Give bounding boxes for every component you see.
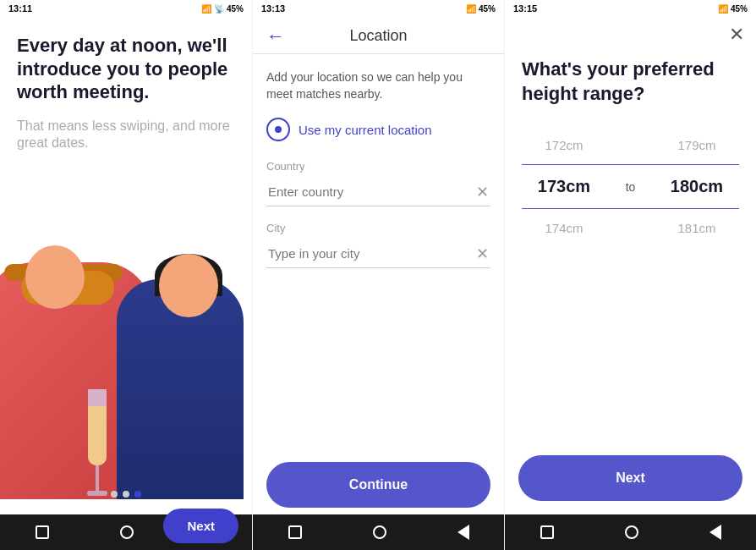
height-row-3[interactable]: 174cm 181cm xyxy=(522,209,739,247)
nav-back-button-2[interactable] xyxy=(288,525,302,539)
close-button[interactable]: ✕ xyxy=(729,25,744,44)
nav-recent-button-3[interactable] xyxy=(709,525,721,540)
nav-section-3 xyxy=(505,514,756,550)
battery-2: 45% xyxy=(479,4,496,14)
champagne-glass xyxy=(85,389,110,499)
dot-3 xyxy=(134,491,141,498)
height-left-1: 172cm xyxy=(530,138,598,152)
use-location-label: Use my current location xyxy=(299,123,432,137)
height-picker: 172cm 179cm 173cm to 180cm 174cm 181cm xyxy=(522,126,739,247)
nav-section-2 xyxy=(253,514,505,550)
signal-icon-2: 📶 xyxy=(466,4,476,14)
height-left-2: 173cm xyxy=(530,177,598,196)
time-1: 13:11 xyxy=(8,3,32,14)
height-panel: 13:15 📶 45% ✕ What's your preferred heig… xyxy=(504,0,756,550)
page-dots xyxy=(0,491,252,498)
illustration xyxy=(0,212,252,499)
square-icon-3 xyxy=(540,525,554,539)
nav-back-button-1[interactable] xyxy=(36,525,49,539)
glass-body xyxy=(88,389,107,465)
location-description: Add your location so we can help you mee… xyxy=(266,69,490,102)
dot-1 xyxy=(111,491,118,498)
height-left-3: 174cm xyxy=(530,221,598,235)
man-head xyxy=(159,254,218,317)
city-input[interactable] xyxy=(266,239,490,268)
glass-stem xyxy=(96,465,99,491)
location-body: Add your location so we can help you mee… xyxy=(253,54,504,455)
circle-icon-1 xyxy=(120,525,134,539)
nav-home-button-1[interactable] xyxy=(120,525,134,539)
nav-recent-button-2[interactable] xyxy=(457,525,469,540)
city-field-wrap: ✕ xyxy=(266,239,490,268)
battery-1: 45% xyxy=(227,4,244,14)
square-icon-2 xyxy=(288,525,302,539)
circle-icon-3 xyxy=(625,525,638,539)
country-clear-button[interactable]: ✕ xyxy=(476,184,489,200)
height-row-2[interactable]: 173cm to 180cm xyxy=(522,164,739,209)
location-dot xyxy=(275,126,282,133)
intro-next-button[interactable]: Next xyxy=(163,509,238,543)
city-clear-button[interactable]: ✕ xyxy=(476,246,489,261)
circle-icon-2 xyxy=(373,525,386,539)
time-3: 13:15 xyxy=(513,3,537,14)
status-icons-1: 📶 📡 45% xyxy=(201,4,244,14)
height-right-3: 181cm xyxy=(663,221,731,235)
nav-bar-2 xyxy=(253,514,504,550)
height-next-button[interactable]: Next xyxy=(518,455,742,501)
status-icons-2: 📶 45% xyxy=(466,4,496,14)
height-to-2: to xyxy=(614,180,648,194)
continue-button[interactable]: Continue xyxy=(266,462,490,508)
city-label: City xyxy=(266,222,490,234)
location-header: ← Location xyxy=(253,17,504,54)
height-body: What's your preferred height range? 172c… xyxy=(505,44,756,448)
intro-panel: 13:11 📶 📡 45% Every day at noon, we'll i… xyxy=(0,0,252,550)
nav-home-button-3[interactable] xyxy=(625,525,638,539)
country-input[interactable] xyxy=(266,178,490,206)
intro-subtext: That means less swiping, and more great … xyxy=(17,118,235,153)
dot-2 xyxy=(123,491,129,498)
back-button[interactable]: ← xyxy=(266,27,285,46)
height-header: ✕ xyxy=(505,17,756,44)
country-field-wrap: ✕ xyxy=(266,178,490,206)
country-label: Country xyxy=(266,160,490,173)
status-icons-3: 📶 45% xyxy=(718,4,748,14)
woman-head xyxy=(25,245,85,309)
height-title: What's your preferred height range? xyxy=(522,58,739,106)
wifi-icon: 📡 xyxy=(214,4,224,14)
triangle-icon-3 xyxy=(709,525,721,540)
location-title: Location xyxy=(349,27,407,45)
signal-icon: 📶 xyxy=(201,4,211,14)
nav-home-button-2[interactable] xyxy=(373,525,386,539)
glass-liquid xyxy=(88,406,107,465)
height-right-1: 179cm xyxy=(663,138,731,152)
triangle-icon-2 xyxy=(457,525,469,540)
location-panel: 13:13 📶 45% ← Location Add your location… xyxy=(252,0,504,550)
status-bar-2: 13:13 📶 45% xyxy=(253,0,504,17)
intro-headline: Every day at noon, we'll introduce you t… xyxy=(17,34,235,104)
battery-3: 45% xyxy=(731,4,748,14)
signal-icon-3: 📶 xyxy=(718,4,728,14)
status-bar-3: 13:15 📶 45% xyxy=(505,0,756,17)
man-figure xyxy=(117,245,252,499)
location-icon xyxy=(266,118,290,141)
square-icon-1 xyxy=(36,525,49,539)
nav-bar-3 xyxy=(505,514,756,550)
status-bar-1: 13:11 📶 📡 45% xyxy=(0,0,252,17)
height-right-2: 180cm xyxy=(663,177,731,196)
intro-text-area: Every day at noon, we'll introduce you t… xyxy=(0,17,252,161)
use-location-row[interactable]: Use my current location xyxy=(266,118,490,141)
time-2: 13:13 xyxy=(261,3,285,14)
nav-back-button-3[interactable] xyxy=(540,525,554,539)
height-row-1[interactable]: 172cm 179cm xyxy=(522,126,739,164)
